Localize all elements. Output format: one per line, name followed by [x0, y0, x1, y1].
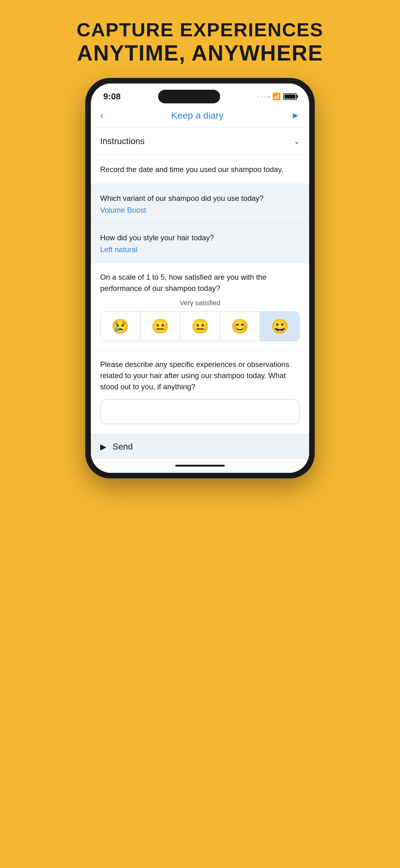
free-text-question: Please describe any specific experiences…: [100, 359, 300, 393]
signal-icon: [257, 96, 270, 98]
status-icons: 📶: [257, 93, 297, 101]
headline-top: CAPTURE EXPERIENCES: [76, 19, 324, 41]
satisfaction-question: On a scale of 1 to 5, how satisfied are …: [100, 272, 300, 294]
instructions-label: Instructions: [100, 136, 144, 146]
free-text-input[interactable]: [100, 399, 300, 424]
shampoo-variant-section[interactable]: Which variant of our shampoo did you use…: [91, 184, 309, 223]
satisfaction-caption: Very satisfied: [100, 299, 300, 307]
home-indicator: [91, 459, 309, 473]
emoji-dissatisfied[interactable]: 😐: [140, 312, 180, 341]
emoji-row: 😢 😐 😐 😊 😀: [100, 311, 300, 341]
wifi-icon: 📶: [272, 93, 280, 101]
hair-style-section[interactable]: How did you style your hair today? Left …: [91, 223, 309, 263]
headline-bottom: ANYTIME, ANYWHERE: [76, 41, 324, 65]
content-area: Instructions ⌄ Record the date and time …: [91, 127, 309, 473]
record-date-section: Record the date and time you used our sh…: [91, 155, 309, 184]
status-time: 9:08: [103, 92, 121, 101]
battery-icon: [283, 93, 297, 100]
record-date-text: Record the date and time you used our sh…: [100, 164, 300, 175]
hair-style-question: How did you style your hair today?: [100, 232, 300, 243]
instructions-header[interactable]: Instructions ⌄: [91, 127, 309, 155]
shampoo-variant-question: Which variant of our shampoo did you use…: [100, 193, 300, 204]
emoji-satisfied[interactable]: 😊: [220, 312, 260, 341]
chevron-down-icon: ⌄: [294, 137, 300, 146]
phone-screen: 9:08 📶 ‹ Keep a diary ►: [91, 84, 309, 473]
back-button[interactable]: ‹: [100, 110, 104, 121]
headline-area: CAPTURE EXPERIENCES ANYTIME, ANYWHERE: [76, 19, 324, 65]
satisfaction-section: On a scale of 1 to 5, how satisfied are …: [91, 263, 309, 350]
shampoo-variant-answer: Volume Boost: [100, 206, 300, 215]
nav-title: Keep a diary: [171, 110, 223, 121]
dynamic-island: [158, 90, 220, 103]
phone-frame: 9:08 📶 ‹ Keep a diary ►: [85, 78, 315, 478]
hair-style-answer: Left natural: [100, 245, 300, 254]
emoji-neutral[interactable]: 😐: [180, 312, 220, 341]
send-bar[interactable]: ▶ Send: [91, 434, 309, 459]
send-label: Send: [112, 442, 133, 452]
home-bar: [175, 465, 225, 467]
emoji-very-satisfied[interactable]: 😀: [260, 312, 300, 341]
forward-button[interactable]: ►: [291, 111, 300, 120]
status-bar: 9:08 📶: [91, 84, 309, 106]
emoji-very-dissatisfied[interactable]: 😢: [100, 312, 140, 341]
send-arrow-icon: ▶: [100, 442, 106, 452]
nav-bar: ‹ Keep a diary ►: [91, 106, 309, 127]
free-text-section: Please describe any specific experiences…: [91, 350, 309, 434]
